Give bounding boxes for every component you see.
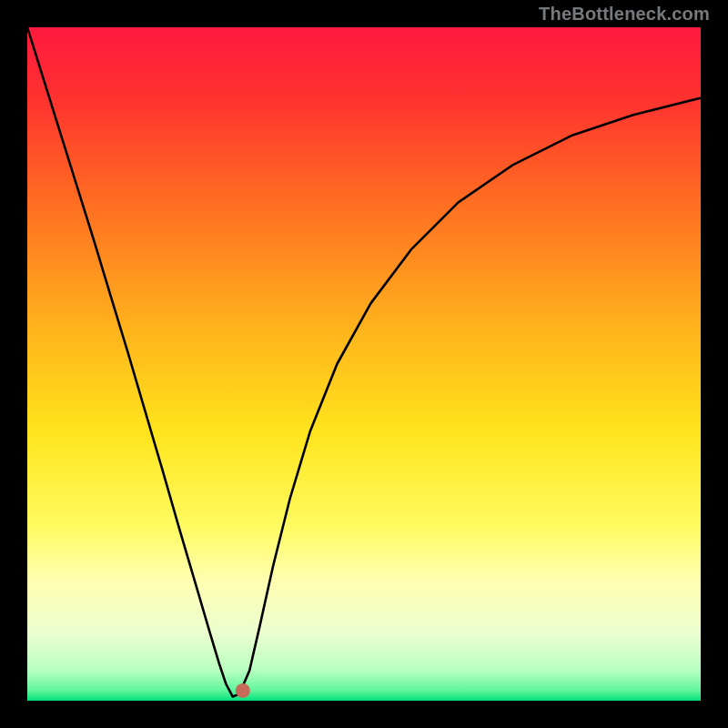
chart-frame: TheBottleneck.com <box>0 0 728 728</box>
optimum-marker <box>236 683 250 698</box>
watermark-text: TheBottleneck.com <box>539 4 710 25</box>
bottleneck-curve <box>27 27 701 697</box>
plot-area <box>27 27 701 701</box>
curve-layer <box>27 27 701 701</box>
